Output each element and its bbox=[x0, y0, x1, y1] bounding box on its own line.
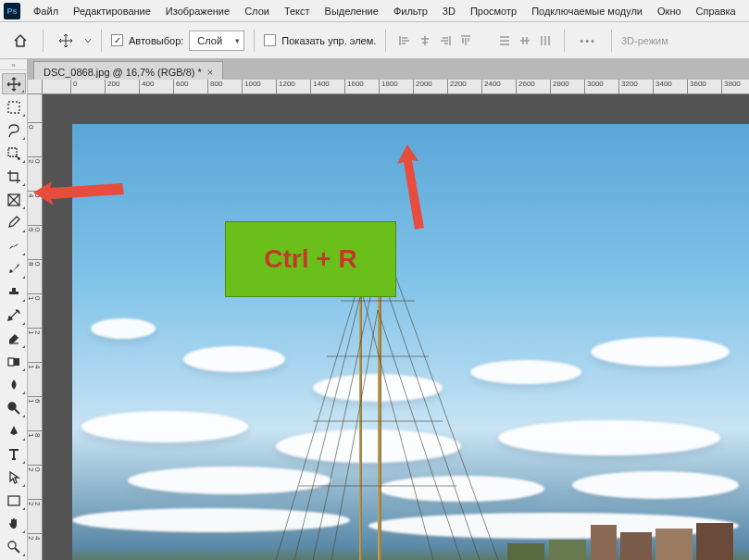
ruler-tick: 3000 bbox=[584, 80, 604, 94]
svg-point-7 bbox=[8, 541, 16, 549]
auto-select-checkbox[interactable]: ✓ bbox=[111, 34, 123, 46]
eyedropper-tool[interactable] bbox=[2, 212, 26, 233]
dropdown-caret-icon[interactable] bbox=[84, 33, 92, 48]
ruler-tick: 3600 bbox=[687, 80, 706, 94]
ruler-tick: 3800 bbox=[721, 80, 741, 94]
ruler-tick: 1200 bbox=[28, 328, 43, 334]
more-options-icon[interactable]: ••• bbox=[574, 35, 602, 46]
align-right-icon[interactable] bbox=[436, 31, 455, 50]
align-hcenter-icon[interactable] bbox=[416, 31, 434, 50]
distribute-top-icon[interactable] bbox=[495, 31, 514, 50]
ruler-tick: 2800 bbox=[550, 80, 569, 94]
ruler-tick: 3200 bbox=[618, 80, 638, 94]
app-logo: Ps bbox=[4, 3, 20, 19]
annotation-arrow-top bbox=[396, 144, 433, 241]
annotation-shortcut-text: Ctrl + R bbox=[264, 244, 356, 274]
pen-tool[interactable] bbox=[2, 420, 26, 442]
ruler-corner bbox=[28, 80, 43, 94]
dodge-tool[interactable] bbox=[2, 397, 26, 418]
blur-tool[interactable] bbox=[2, 374, 26, 395]
history-brush-tool[interactable] bbox=[2, 305, 26, 326]
ruler-tick: 1000 bbox=[242, 80, 261, 94]
vertical-ruler[interactable]: 0200400600800100012001400160018002000220… bbox=[28, 94, 43, 560]
menu-text[interactable]: Текст bbox=[277, 3, 318, 19]
tool-panel: » bbox=[0, 59, 28, 560]
menu-view[interactable]: Просмотр bbox=[463, 3, 524, 19]
document-area: DSC_0868.jpg @ 16,7% (RGB/8) * × 0200400… bbox=[28, 59, 749, 560]
menu-file[interactable]: Файл bbox=[26, 3, 66, 19]
frame-tool[interactable] bbox=[2, 189, 26, 210]
document-tab-strip: DSC_0868.jpg @ 16,7% (RGB/8) * × bbox=[28, 59, 749, 80]
menu-3d[interactable]: 3D bbox=[435, 3, 463, 19]
menu-image[interactable]: Изображение bbox=[158, 3, 237, 19]
menu-help[interactable]: Справка bbox=[689, 3, 743, 19]
separator bbox=[43, 30, 44, 52]
mode-3d-label[interactable]: 3D-режим bbox=[621, 35, 668, 46]
ruler-tick: 1800 bbox=[28, 430, 43, 437]
menu-select[interactable]: Выделение bbox=[318, 3, 386, 19]
gradient-tool[interactable] bbox=[2, 351, 26, 372]
svg-rect-0 bbox=[8, 102, 19, 113]
separator bbox=[611, 30, 612, 52]
ruler-tick: 3400 bbox=[653, 80, 672, 94]
path-select-tool[interactable] bbox=[2, 467, 26, 488]
auto-select-label: Автовыбор: bbox=[129, 35, 183, 46]
ruler-tick: 2000 bbox=[28, 465, 43, 471]
align-left-icon[interactable] bbox=[395, 31, 414, 50]
distribute-vcenter-icon[interactable] bbox=[516, 31, 534, 50]
ruler-tick: 1400 bbox=[310, 80, 330, 94]
show-controls-checkbox[interactable] bbox=[264, 34, 276, 46]
options-bar: ✓ Автовыбор: Слой Показать упр. элем. ••… bbox=[0, 22, 749, 59]
annotation-shortcut-box: Ctrl + R bbox=[225, 221, 396, 297]
move-tool-icon[interactable] bbox=[53, 28, 79, 54]
ruler-tick: 1600 bbox=[344, 80, 364, 94]
document-tab[interactable]: DSC_0868.jpg @ 16,7% (RGB/8) * × bbox=[33, 61, 223, 80]
layer-dropdown[interactable]: Слой bbox=[189, 31, 244, 51]
ruler-tick: 200 bbox=[105, 80, 119, 94]
separator bbox=[101, 30, 102, 52]
show-controls-label: Показать упр. элем. bbox=[281, 35, 376, 46]
document-tab-title: DSC_0868.jpg @ 16,7% (RGB/8) * bbox=[44, 67, 202, 78]
marquee-tool[interactable] bbox=[2, 96, 26, 118]
stamp-tool[interactable] bbox=[2, 281, 26, 303]
ruler-tick: 400 bbox=[139, 80, 154, 94]
canvas-buildings bbox=[72, 523, 749, 560]
align-top-icon[interactable] bbox=[456, 31, 475, 50]
hand-tool[interactable] bbox=[2, 513, 26, 534]
close-tab-icon[interactable]: × bbox=[207, 67, 213, 78]
ruler-tick: 800 bbox=[28, 259, 43, 266]
crop-tool[interactable] bbox=[2, 166, 26, 187]
rectangle-tool[interactable] bbox=[2, 490, 26, 511]
menu-filter[interactable]: Фильтр bbox=[386, 3, 435, 19]
svg-line-11 bbox=[378, 264, 480, 560]
text-tool[interactable] bbox=[2, 443, 26, 465]
separator bbox=[564, 30, 565, 52]
ruler-tick: 800 bbox=[207, 80, 222, 94]
home-button[interactable] bbox=[7, 28, 33, 54]
lasso-tool[interactable] bbox=[2, 119, 26, 141]
toolbar-collapse-icon[interactable]: » bbox=[0, 61, 27, 70]
ruler-tick: 600 bbox=[173, 80, 188, 94]
menu-plugins[interactable]: Подключаемые модули bbox=[524, 3, 650, 19]
ruler-tick: 1000 bbox=[28, 293, 43, 300]
canvas[interactable]: Ctrl + R bbox=[72, 124, 749, 560]
ruler-tick: 0 bbox=[28, 122, 43, 129]
ruler-tick: 2600 bbox=[516, 80, 535, 94]
quick-select-tool[interactable] bbox=[2, 143, 26, 164]
distribute-bottom-icon[interactable] bbox=[536, 31, 555, 50]
horizontal-ruler[interactable]: 0200400600800100012001400160018002000220… bbox=[43, 80, 749, 94]
ruler-tick: 2200 bbox=[28, 499, 43, 505]
move-tool[interactable] bbox=[2, 73, 26, 94]
menu-window[interactable]: Окно bbox=[650, 3, 689, 19]
menu-edit[interactable]: Редактирование bbox=[66, 3, 158, 19]
eraser-tool[interactable] bbox=[2, 328, 26, 349]
healing-brush-tool[interactable] bbox=[2, 235, 26, 256]
menu-layers[interactable]: Слои bbox=[237, 3, 277, 19]
align-group-2 bbox=[495, 31, 555, 50]
ruler-tick: 1200 bbox=[276, 80, 295, 94]
zoom-tool[interactable] bbox=[2, 536, 26, 557]
layer-dropdown-value: Слой bbox=[197, 35, 222, 46]
brush-tool[interactable] bbox=[2, 258, 26, 280]
ruler-tick: 1400 bbox=[28, 362, 43, 368]
ruler-tick: 1600 bbox=[28, 396, 43, 403]
